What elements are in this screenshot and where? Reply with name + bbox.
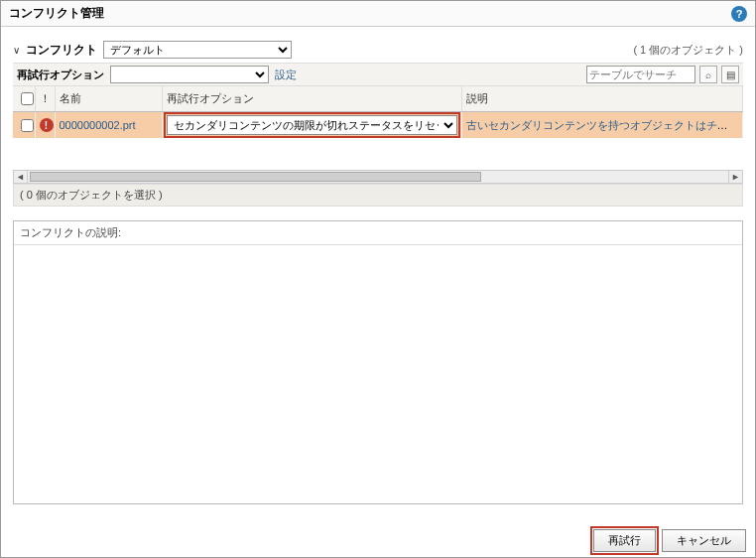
header-status[interactable]: ！ (35, 86, 55, 112)
conflict-table: ！ 名前 再試行オプション 説明 ! 0000000002.prt セカンダリコ… (13, 86, 743, 138)
header-name[interactable]: 名前 (55, 86, 162, 112)
settings-link[interactable]: 設定 (275, 68, 297, 82)
scroll-right-icon[interactable]: ► (728, 171, 742, 183)
collapse-chevron-icon[interactable]: ∨ (13, 45, 20, 56)
row-checkbox[interactable] (21, 119, 34, 132)
description-panel-body (14, 245, 742, 503)
row-description[interactable]: 古いセカンダリコンテンツを持つオブジェクトはチェックイン (466, 119, 743, 131)
scroll-left-icon[interactable]: ◄ (14, 171, 28, 183)
object-count: ( 1 個のオブジェクト ) (633, 43, 743, 58)
dialog-footer: 再試行 キャンセル (593, 529, 746, 552)
table-row[interactable]: ! 0000000002.prt セカンダリコンテンツの期限が切れステータスをリ… (13, 112, 743, 139)
selection-status: ( 0 個のオブジェクトを選択 ) (13, 184, 743, 207)
search-icon[interactable]: ⌕ (699, 66, 717, 83)
header-retry[interactable]: 再試行オプション (162, 86, 461, 112)
view-options-icon[interactable]: ▤ (721, 66, 739, 83)
toolbar: 再試行オプション 設定 ⌕ ▤ (13, 63, 743, 86)
error-icon: ! (40, 118, 54, 132)
help-icon[interactable]: ? (731, 6, 747, 22)
conflict-section-header: ∨ コンフリクト デフォルト ( 1 個のオブジェクト ) (13, 37, 743, 63)
horizontal-scrollbar[interactable]: ◄ ► (13, 170, 743, 184)
select-all-checkbox[interactable] (21, 92, 34, 105)
object-name-link[interactable]: 0000000002.prt (60, 119, 136, 131)
dialog-title: コンフリクト管理 (9, 5, 104, 22)
scroll-thumb[interactable] (30, 172, 481, 182)
description-panel: コンフリクトの説明: (13, 220, 743, 504)
global-retry-select[interactable] (110, 66, 269, 83)
filter-select[interactable]: デフォルト (103, 41, 292, 59)
cancel-button[interactable]: キャンセル (662, 529, 746, 552)
table-header-row: ！ 名前 再試行オプション 説明 (13, 86, 743, 112)
search-input[interactable] (586, 66, 695, 83)
header-checkbox[interactable] (13, 86, 35, 112)
row-retry-select[interactable]: セカンダリコンテンツの期限が切れステータスをリセット (167, 115, 457, 135)
content-area: ∨ コンフリクト デフォルト ( 1 個のオブジェクト ) 再試行オプション 設… (1, 27, 755, 508)
description-panel-title: コンフリクトの説明: (14, 221, 742, 245)
retry-button[interactable]: 再試行 (593, 529, 656, 552)
dialog-header: コンフリクト管理 ? (1, 1, 755, 27)
retry-option-label: 再試行オプション (17, 68, 104, 82)
header-desc[interactable]: 説明 (461, 86, 743, 112)
section-title: コンフリクト (26, 42, 97, 59)
